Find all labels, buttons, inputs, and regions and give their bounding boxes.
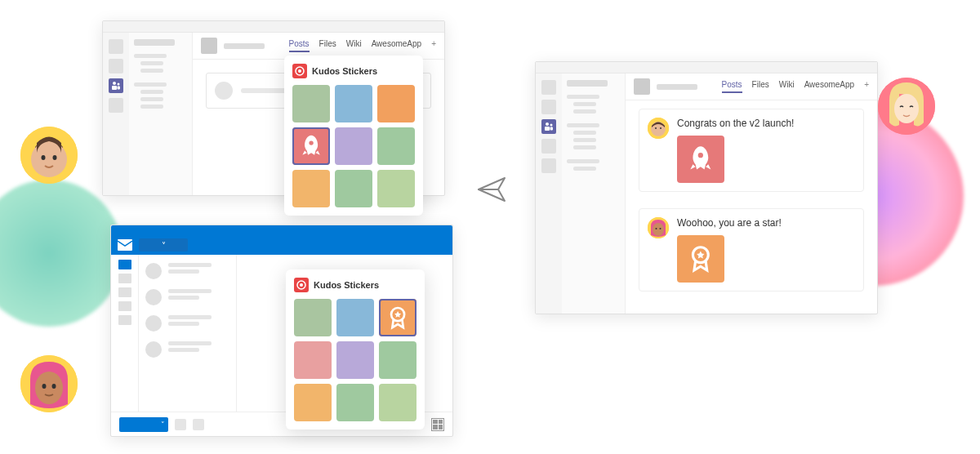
rail-item[interactable] bbox=[109, 98, 123, 113]
list-item[interactable] bbox=[145, 341, 229, 358]
svg-point-30 bbox=[653, 223, 664, 236]
sticker-grid bbox=[294, 299, 416, 421]
tab-add-icon[interactable]: + bbox=[431, 39, 436, 52]
channel-name bbox=[224, 43, 265, 49]
message-text: Woohoo, you are a star! bbox=[677, 217, 782, 229]
sticker-option-rocket-icon[interactable] bbox=[292, 127, 330, 165]
svg-rect-12 bbox=[112, 86, 117, 90]
avatar-man bbox=[20, 127, 78, 184]
rail-item-teams-icon[interactable] bbox=[541, 119, 556, 134]
sticker-option[interactable] bbox=[377, 85, 415, 122]
svg-point-9 bbox=[894, 94, 919, 123]
addins-icon[interactable] bbox=[431, 418, 444, 431]
rocket-sticker-icon bbox=[677, 136, 724, 183]
send-button[interactable]: ˅ bbox=[119, 417, 168, 432]
sticker-option[interactable] bbox=[336, 384, 374, 421]
svg-point-5 bbox=[35, 372, 63, 404]
sticker-picker-teams: Kudos Stickers bbox=[284, 56, 423, 216]
svg-rect-24 bbox=[550, 127, 554, 131]
new-mail-button[interactable]: ˅ bbox=[139, 238, 188, 251]
titlebar bbox=[103, 21, 444, 33]
rail-item-teams-icon[interactable] bbox=[109, 78, 123, 93]
folder-item[interactable] bbox=[118, 315, 131, 325]
list-item[interactable] bbox=[145, 263, 229, 279]
svg-rect-13 bbox=[118, 87, 121, 90]
tab-files[interactable]: Files bbox=[319, 39, 336, 52]
titlebar bbox=[536, 62, 877, 73]
tab-add-icon[interactable]: + bbox=[864, 80, 869, 93]
tab-posts[interactable]: Posts bbox=[722, 80, 742, 93]
sticker-option[interactable] bbox=[377, 127, 415, 165]
compose-action[interactable] bbox=[193, 419, 204, 430]
sticker-option[interactable] bbox=[379, 341, 416, 379]
sticker-option[interactable] bbox=[377, 170, 415, 207]
svg-point-21 bbox=[546, 122, 549, 126]
sticker-grid bbox=[292, 85, 415, 207]
avatar-woman-hijab bbox=[20, 355, 78, 412]
tab-files[interactable]: Files bbox=[752, 80, 769, 93]
folder-item[interactable] bbox=[118, 301, 131, 311]
tab-posts[interactable]: Posts bbox=[289, 39, 310, 52]
rail-item[interactable] bbox=[109, 39, 123, 54]
message-list bbox=[139, 255, 237, 412]
ribbon-sticker-icon bbox=[677, 235, 724, 283]
rail-item[interactable] bbox=[109, 59, 123, 73]
sticker-option[interactable] bbox=[294, 299, 332, 336]
sticker-panel-title: Kudos Stickers bbox=[312, 66, 377, 76]
sticker-option[interactable] bbox=[336, 341, 374, 379]
rail-item[interactable] bbox=[541, 158, 556, 173]
list-item[interactable] bbox=[145, 315, 229, 332]
sticker-option-ribbon-icon[interactable] bbox=[379, 299, 416, 336]
main-content: Posts Files Wiki AwesomeApp + Congrats o… bbox=[626, 73, 877, 314]
sticker-option[interactable] bbox=[292, 85, 330, 122]
svg-point-22 bbox=[550, 124, 553, 127]
message-avatar bbox=[648, 118, 669, 139]
sticker-picker-outlook: Kudos Stickers bbox=[286, 269, 425, 430]
svg-point-28 bbox=[660, 127, 662, 129]
folder-item[interactable] bbox=[118, 260, 131, 269]
rail-item[interactable] bbox=[541, 100, 556, 114]
sticker-option[interactable] bbox=[379, 384, 416, 421]
app-logo-icon bbox=[292, 64, 307, 78]
sticker-option[interactable] bbox=[294, 341, 332, 379]
svg-rect-23 bbox=[545, 127, 550, 131]
rail-nav bbox=[536, 73, 562, 314]
svg-point-3 bbox=[53, 155, 57, 160]
teams-app-window-result: Posts Files Wiki AwesomeApp + Congrats o… bbox=[535, 61, 878, 314]
chat-message: Woohoo, you are a star! bbox=[639, 208, 864, 292]
sticker-option[interactable] bbox=[336, 299, 374, 336]
sticker-option[interactable] bbox=[294, 384, 332, 421]
list-item[interactable] bbox=[145, 289, 229, 305]
rail-nav bbox=[103, 33, 129, 195]
svg-point-27 bbox=[655, 127, 657, 129]
svg-point-6 bbox=[42, 384, 47, 389]
team-avatar bbox=[201, 38, 217, 54]
svg-point-1 bbox=[31, 141, 67, 177]
svg-rect-16 bbox=[118, 239, 132, 251]
sticker-option[interactable] bbox=[292, 170, 330, 207]
sticker-option[interactable] bbox=[335, 127, 372, 165]
rail-item[interactable] bbox=[541, 80, 556, 95]
list-header bbox=[134, 39, 175, 46]
channel-list bbox=[562, 73, 626, 314]
rail-item[interactable] bbox=[541, 139, 556, 154]
svg-point-2 bbox=[42, 155, 46, 160]
sticker-option[interactable] bbox=[335, 85, 372, 122]
tab-wiki[interactable]: Wiki bbox=[779, 80, 795, 93]
avatar-placeholder bbox=[215, 82, 233, 100]
folder-item[interactable] bbox=[118, 287, 131, 297]
message-text: Congrats on the v2 launch! bbox=[677, 118, 794, 129]
mail-icon bbox=[118, 239, 132, 251]
folder-item[interactable] bbox=[118, 274, 131, 283]
chat-message: Congrats on the v2 launch! bbox=[639, 109, 864, 192]
titlebar bbox=[111, 225, 452, 235]
message-avatar bbox=[648, 217, 669, 238]
svg-point-18 bbox=[300, 283, 303, 287]
svg-point-11 bbox=[118, 83, 120, 86]
sticker-option[interactable] bbox=[335, 170, 372, 207]
tab-awesomeapp[interactable]: AwesomeApp bbox=[804, 80, 855, 93]
decorative-blob-teal bbox=[0, 180, 122, 327]
tab-awesomeapp[interactable]: AwesomeApp bbox=[372, 39, 422, 52]
compose-action[interactable] bbox=[175, 419, 186, 430]
tab-wiki[interactable]: Wiki bbox=[346, 39, 362, 52]
